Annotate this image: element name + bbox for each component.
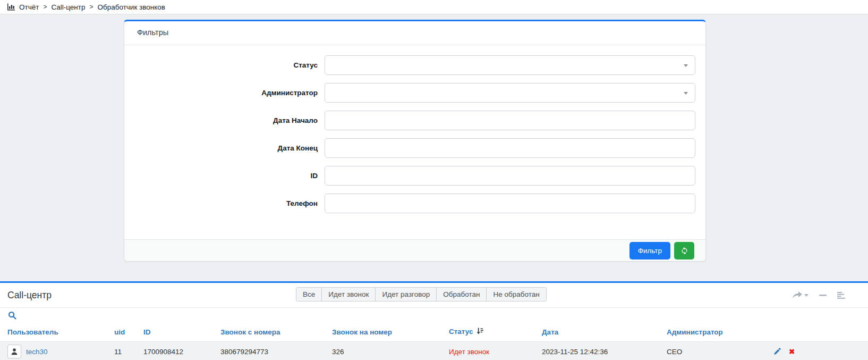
status-select[interactable] <box>325 55 695 75</box>
share-icon <box>793 291 802 299</box>
cell-id: 1700908412 <box>143 342 220 360</box>
person-icon <box>11 348 18 355</box>
table-header-row: Пользователь uid ID Звонок с номера Звон… <box>0 323 868 342</box>
list-icon <box>837 292 846 299</box>
cell-uid: 11 <box>114 342 143 360</box>
phone-input[interactable] <box>325 194 695 213</box>
column-actions <box>769 323 868 342</box>
bar-chart-icon <box>7 3 15 11</box>
share-dropdown-button[interactable] <box>793 291 809 299</box>
breadcrumb-item-call-center[interactable]: Call-центр <box>51 3 85 11</box>
edit-button[interactable] <box>773 348 781 355</box>
call-center-panel: Call-центр Все Идет звонок Идет разговор… <box>0 281 868 360</box>
breadcrumb-separator: > <box>89 3 93 11</box>
column-user[interactable]: Пользователь <box>0 323 114 342</box>
user-avatar[interactable] <box>7 345 21 358</box>
phone-label: Телефон <box>124 199 325 207</box>
refresh-button[interactable] <box>674 242 694 259</box>
user-link[interactable]: tech30 <box>26 348 48 356</box>
delete-button[interactable]: ✖ <box>789 347 795 356</box>
sort-desc-icon <box>476 328 483 336</box>
date-start-label: Дата Начало <box>124 116 325 124</box>
tab-all[interactable]: Все <box>296 288 321 301</box>
pencil-icon <box>773 348 781 355</box>
column-date[interactable]: Дата <box>542 323 667 342</box>
date-end-label: Дата Конец <box>124 144 325 152</box>
breadcrumb-item-report[interactable]: Отчёт <box>19 3 39 11</box>
column-call-to[interactable]: Звонок на номер <box>332 323 449 342</box>
cell-call-from: 380679294773 <box>220 342 332 360</box>
cell-call-to: 326 <box>332 342 449 360</box>
breadcrumb-separator: > <box>43 3 47 11</box>
date-end-input[interactable] <box>325 138 695 158</box>
breadcrumb: Отчёт > Call-центр > Обработчик звонков <box>0 0 868 14</box>
status-filter-tabs: Все Идет звонок Идет разговор Обработан … <box>296 287 547 302</box>
id-input[interactable] <box>325 166 695 186</box>
x-icon: ✖ <box>789 348 795 356</box>
column-status[interactable]: Статус <box>449 323 542 342</box>
cell-administrator: CEO <box>667 342 769 360</box>
caret-down-icon <box>804 294 809 297</box>
refresh-icon <box>680 247 689 255</box>
caret-down-icon <box>684 64 688 67</box>
id-label: ID <box>124 172 325 180</box>
calls-table: Пользователь uid ID Звонок с номера Звон… <box>0 323 868 360</box>
column-administrator[interactable]: Администратор <box>667 323 769 342</box>
filter-button[interactable]: Фильтр <box>629 242 670 259</box>
filters-title: Фильтры <box>124 21 705 45</box>
menu-button[interactable] <box>837 292 846 299</box>
filters-card: Фильтры Статус Администратор Дата Начало… <box>124 20 706 262</box>
filters-footer: Фильтр <box>124 239 705 261</box>
collapse-button[interactable] <box>819 295 827 296</box>
table-row: tech30 11 1700908412 380679294773 326 Ид… <box>0 342 868 360</box>
tab-processed[interactable]: Обработан <box>436 288 486 301</box>
search-icon <box>8 311 16 320</box>
table-search-button[interactable] <box>0 308 868 323</box>
panel-tools <box>793 291 846 299</box>
column-call-from[interactable]: Звонок с номера <box>220 323 332 342</box>
cell-date: 2023-11-25 12:42:36 <box>542 342 667 360</box>
tab-unprocessed[interactable]: Не обработан <box>486 288 546 301</box>
date-start-input[interactable] <box>325 111 695 130</box>
minus-icon <box>819 295 827 296</box>
administrator-label: Администратор <box>124 89 325 97</box>
caret-down-icon <box>684 92 688 95</box>
filters-form: Статус Администратор Дата Начало Дата Ко… <box>124 45 705 239</box>
column-id[interactable]: ID <box>143 323 220 342</box>
tab-talking[interactable]: Идет разговор <box>375 288 436 301</box>
panel-title: Call-центр <box>7 290 52 301</box>
status-label: Статус <box>124 61 325 69</box>
breadcrumb-item-call-handler[interactable]: Обработчик звонков <box>97 3 165 11</box>
cell-status: Идет звонок <box>449 342 542 360</box>
tab-ringing[interactable]: Идет звонок <box>321 288 375 301</box>
call-center-header: Call-центр Все Идет звонок Идет разговор… <box>0 283 868 308</box>
administrator-select[interactable] <box>325 83 695 103</box>
column-uid[interactable]: uid <box>114 323 143 342</box>
